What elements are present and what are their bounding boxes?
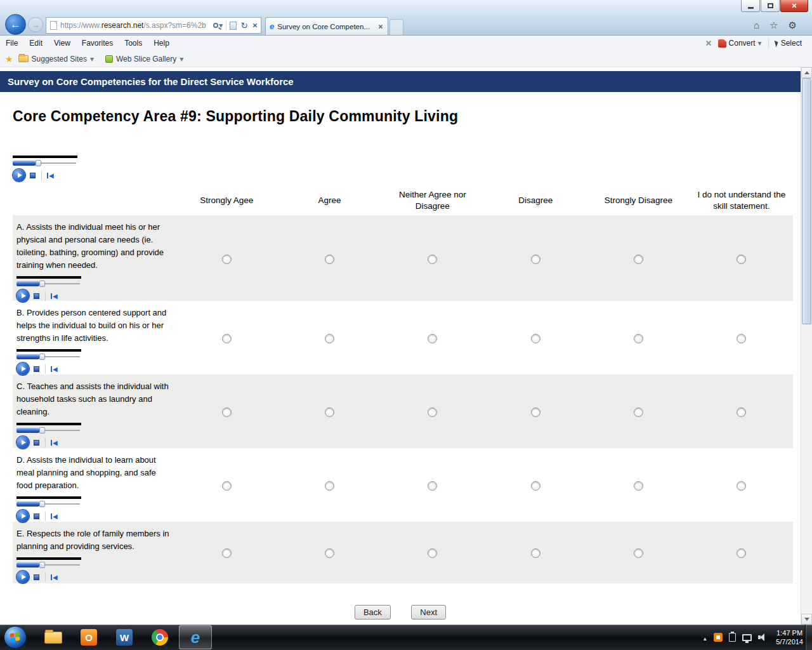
home-icon[interactable] (754, 20, 759, 31)
audio-progress-slider[interactable] (16, 281, 81, 288)
tray-install-icon[interactable] (729, 633, 736, 642)
radio-B-col6[interactable] (737, 334, 746, 343)
radio-E-col3[interactable] (428, 548, 437, 558)
skip-back-icon[interactable]: ◀ (47, 172, 54, 179)
stop-icon[interactable] (34, 440, 39, 446)
menu-help[interactable]: Help (148, 37, 175, 49)
skip-back-icon[interactable]: ◀ (51, 574, 58, 581)
radio-D-col4[interactable] (531, 481, 540, 491)
radio-B-col1[interactable] (222, 334, 232, 343)
radio-E-col5[interactable] (634, 548, 643, 558)
radio-E-col6[interactable] (737, 548, 746, 558)
tray-expand-icon[interactable] (702, 632, 707, 643)
favbar-item[interactable]: Suggested Sites (18, 55, 94, 63)
select-button[interactable]: Select (775, 39, 802, 48)
refresh-icon[interactable]: ↻ (240, 20, 248, 30)
close-button[interactable] (780, 0, 808, 12)
tray-network-icon[interactable] (742, 634, 752, 641)
audio-progress-slider[interactable] (16, 354, 81, 361)
radio-E-col1[interactable] (222, 548, 232, 558)
audio-progress-handle[interactable] (39, 354, 45, 360)
radio-C-col5[interactable] (634, 408, 643, 417)
vertical-scrollbar[interactable] (801, 67, 812, 625)
radio-C-col2[interactable] (325, 408, 334, 417)
taskbar-word-button[interactable]: W (108, 625, 141, 649)
menu-tools[interactable]: Tools (119, 37, 148, 49)
radio-C-col1[interactable] (222, 408, 232, 417)
radio-C-col4[interactable] (531, 408, 540, 417)
minimize-button[interactable] (741, 0, 760, 12)
add-favorite-icon[interactable]: ★ (5, 54, 13, 64)
tab-close-icon[interactable] (378, 24, 383, 29)
radio-D-col1[interactable] (222, 481, 232, 491)
tray-volume-icon[interactable] (758, 633, 767, 642)
radio-D-col5[interactable] (634, 481, 643, 491)
audio-progress-slider[interactable] (16, 427, 81, 434)
stop-icon[interactable] (30, 173, 36, 178)
address-bar[interactable]: https://www.research.net/s.aspx?sm=6%2b … (46, 17, 261, 34)
tray-office-icon[interactable] (714, 633, 723, 642)
forward-nav-button[interactable]: → (28, 17, 43, 32)
radio-C-col3[interactable] (428, 408, 437, 417)
play-icon[interactable] (16, 289, 29, 302)
audio-progress-handle[interactable] (39, 427, 45, 434)
radio-D-col2[interactable] (325, 481, 334, 491)
taskbar-clock[interactable]: 1:47 PM 5/7/2014 (776, 628, 803, 646)
audio-progress-handle[interactable] (36, 160, 41, 166)
skip-back-icon[interactable]: ◀ (51, 366, 58, 373)
radio-A-col3[interactable] (428, 255, 437, 264)
convert-button[interactable]: Convert (718, 39, 762, 48)
taskbar-outlook-button[interactable]: O (72, 625, 105, 649)
play-icon[interactable] (16, 510, 29, 522)
radio-E-col2[interactable] (325, 548, 334, 558)
play-icon[interactable] (16, 362, 29, 375)
favorites-icon[interactable] (769, 20, 778, 31)
compatibility-view-icon[interactable] (230, 22, 237, 30)
close-toolbar-icon[interactable] (705, 40, 712, 46)
radio-B-col2[interactable] (325, 334, 334, 343)
new-tab-button[interactable] (390, 19, 403, 35)
menu-favorites[interactable]: Favorites (76, 37, 119, 49)
next-button[interactable]: Next (411, 605, 446, 620)
radio-A-col6[interactable] (737, 255, 746, 264)
radio-B-col4[interactable] (531, 334, 540, 343)
scroll-down-button[interactable] (801, 614, 812, 625)
radio-E-col4[interactable] (531, 548, 540, 558)
stop-icon[interactable] (34, 366, 39, 372)
stop-icon[interactable] (34, 293, 39, 299)
audio-progress-handle[interactable] (39, 281, 45, 287)
browser-tab[interactable]: e Survey on Core Competen... (265, 17, 388, 35)
menu-view[interactable]: View (48, 37, 76, 49)
stop-icon[interactable] (252, 23, 258, 28)
audio-progress-slider[interactable] (16, 562, 81, 569)
scroll-up-button[interactable] (801, 67, 812, 78)
audio-progress-handle[interactable] (39, 562, 45, 568)
radio-B-col5[interactable] (634, 334, 643, 343)
radio-A-col2[interactable] (325, 255, 334, 264)
audio-progress-slider[interactable] (16, 501, 81, 508)
taskbar-ie-button[interactable]: e (179, 625, 212, 649)
skip-back-icon[interactable]: ◀ (51, 513, 58, 520)
skip-back-icon[interactable]: ◀ (51, 439, 58, 446)
back-button[interactable]: Back (355, 605, 391, 620)
play-icon[interactable] (16, 436, 29, 449)
skip-back-icon[interactable]: ◀ (51, 293, 58, 300)
favbar-item[interactable]: Web Slice Gallery (105, 55, 183, 63)
radio-B-col3[interactable] (428, 334, 437, 343)
play-icon[interactable] (16, 571, 29, 583)
menu-edit[interactable]: Edit (23, 37, 48, 49)
search-icon[interactable] (213, 23, 218, 28)
audio-progress-handle[interactable] (39, 501, 45, 507)
gear-icon[interactable] (789, 20, 797, 31)
start-button[interactable] (4, 626, 27, 649)
back-nav-button[interactable]: ← (5, 14, 26, 35)
radio-A-col1[interactable] (222, 255, 232, 264)
scrollbar-thumb[interactable] (802, 78, 811, 324)
stop-icon[interactable] (34, 574, 39, 580)
audio-progress-slider[interactable] (13, 160, 77, 167)
radio-A-col5[interactable] (634, 255, 643, 264)
radio-C-col6[interactable] (737, 408, 746, 417)
taskbar-chrome-button[interactable] (143, 625, 176, 649)
url-text[interactable]: https://www.research.net/s.aspx?sm=6%2b (60, 21, 213, 30)
stop-icon[interactable] (34, 514, 39, 519)
